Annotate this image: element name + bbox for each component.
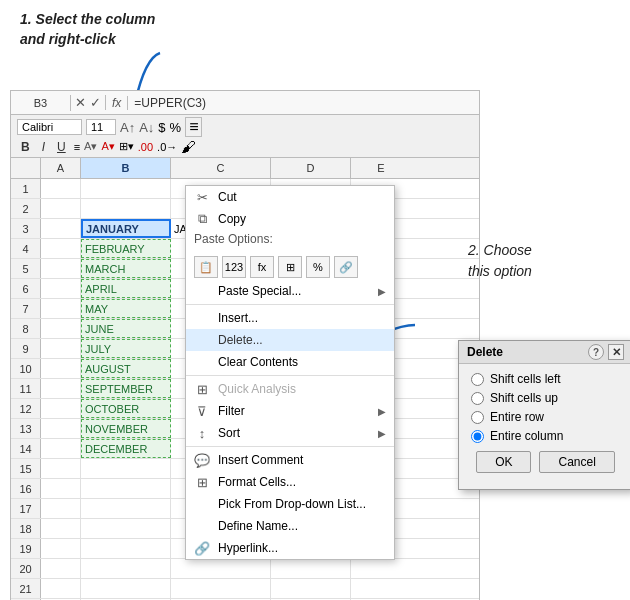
cell-A[interactable] [41, 539, 81, 558]
eraser-icon[interactable]: 🖌 [181, 138, 196, 155]
cell-B[interactable] [81, 559, 171, 578]
radio-entire-col[interactable]: Entire column [471, 429, 620, 443]
radio-shift-up[interactable]: Shift cells up [471, 391, 620, 405]
cell-B[interactable]: MARCH [81, 259, 171, 278]
radio-entire-col-input[interactable] [471, 430, 484, 443]
paste-btn-1[interactable]: 📋 [194, 256, 218, 278]
confirm-formula-icon[interactable]: ✓ [90, 95, 101, 110]
row-number[interactable]: 6 [11, 279, 41, 298]
cancel-formula-icon[interactable]: ✕ [75, 95, 86, 110]
cell-B[interactable]: AUGUST [81, 359, 171, 378]
row-number[interactable]: 20 [11, 559, 41, 578]
ctx-insert-comment[interactable]: 💬 Insert Comment [186, 449, 394, 471]
cell-B[interactable]: DECEMBER [81, 439, 171, 458]
radio-shift-left-input[interactable] [471, 373, 484, 386]
cell-B[interactable] [81, 199, 171, 218]
cell-A[interactable] [41, 279, 81, 298]
radio-entire-row-input[interactable] [471, 411, 484, 424]
cell-A[interactable] [41, 439, 81, 458]
row-number[interactable]: 16 [11, 479, 41, 498]
cell-A[interactable] [41, 419, 81, 438]
cell-A[interactable] [41, 519, 81, 538]
formula-content[interactable]: =UPPER(C3) [128, 96, 212, 110]
cell-B[interactable] [81, 459, 171, 478]
cell-B[interactable]: JULY [81, 339, 171, 358]
cell-A[interactable] [41, 319, 81, 338]
percent-icon[interactable]: % [170, 120, 182, 135]
cell-B[interactable]: JANUARY [81, 219, 171, 238]
grow-font-icon[interactable]: A↑ [120, 120, 135, 135]
cell-C[interactable] [171, 559, 271, 578]
row-number[interactable]: 2 [11, 199, 41, 218]
cell-C[interactable] [171, 579, 271, 598]
align-center-icon[interactable]: ≡ [74, 141, 80, 153]
cell-A[interactable] [41, 479, 81, 498]
font-size-input[interactable] [86, 119, 116, 135]
row-number[interactable]: 1 [11, 179, 41, 198]
row-number[interactable]: 12 [11, 399, 41, 418]
cell-B[interactable] [81, 499, 171, 518]
paste-btn-3[interactable]: fx [250, 256, 274, 278]
cell-B[interactable]: OCTOBER [81, 399, 171, 418]
context-menu[interactable]: ✂ Cut ⧉ Copy Paste Options: 📋 123 fx ⊞ %… [185, 185, 395, 560]
row-number[interactable]: 13 [11, 419, 41, 438]
row-number[interactable]: 9 [11, 339, 41, 358]
cell-A[interactable] [41, 379, 81, 398]
increase-decimal-icon[interactable]: .0→ [157, 141, 177, 153]
col-header-D[interactable]: D [271, 158, 351, 178]
shrink-font-icon[interactable]: A↓ [139, 120, 154, 135]
cell-A[interactable] [41, 459, 81, 478]
borders-icon[interactable]: ⊞▾ [119, 140, 134, 153]
row-number[interactable]: 21 [11, 579, 41, 598]
underline-button[interactable]: U [53, 139, 70, 155]
cell-A[interactable] [41, 179, 81, 198]
cell-E[interactable] [351, 559, 411, 578]
ctx-define-name[interactable]: Define Name... [186, 515, 394, 537]
cell-B[interactable]: FEBRUARY [81, 239, 171, 258]
col-header-E[interactable]: E [351, 158, 411, 178]
paste-btn-4[interactable]: ⊞ [278, 256, 302, 278]
radio-shift-left[interactable]: Shift cells left [471, 372, 620, 386]
paste-btn-2[interactable]: 123 [222, 256, 246, 278]
cell-A[interactable] [41, 559, 81, 578]
row-number[interactable]: 4 [11, 239, 41, 258]
row-number[interactable]: 5 [11, 259, 41, 278]
font-name-input[interactable] [17, 119, 82, 135]
delete-dialog[interactable]: Delete ? ✕ Shift cells left Shift cells … [458, 340, 630, 490]
ctx-clear-contents[interactable]: Clear Contents [186, 351, 394, 373]
cell-B[interactable]: JUNE [81, 319, 171, 338]
cell-A[interactable] [41, 199, 81, 218]
cell-A[interactable] [41, 219, 81, 238]
cell-A[interactable] [41, 339, 81, 358]
paste-btn-5[interactable]: % [306, 256, 330, 278]
font-color-icon[interactable]: A▾ [101, 140, 114, 153]
paste-btn-6[interactable]: 🔗 [334, 256, 358, 278]
row-number[interactable]: 7 [11, 299, 41, 318]
dialog-cancel-btn[interactable]: Cancel [539, 451, 614, 473]
cell-A[interactable] [41, 499, 81, 518]
ctx-insert[interactable]: Insert... [186, 307, 394, 329]
cell-A[interactable] [41, 579, 81, 598]
cell-A[interactable] [41, 239, 81, 258]
ctx-delete[interactable]: Delete... [186, 329, 394, 351]
cell-B[interactable] [81, 179, 171, 198]
row-number[interactable]: 8 [11, 319, 41, 338]
cell-B[interactable] [81, 539, 171, 558]
dollar-icon[interactable]: $ [158, 120, 165, 135]
cell-B[interactable]: APRIL [81, 279, 171, 298]
cell-B[interactable] [81, 519, 171, 538]
row-number[interactable]: 10 [11, 359, 41, 378]
cell-D[interactable] [271, 559, 351, 578]
radio-shift-up-input[interactable] [471, 392, 484, 405]
row-number[interactable]: 17 [11, 499, 41, 518]
ctx-copy[interactable]: ⧉ Copy [186, 208, 394, 230]
ctx-paste-special[interactable]: Paste Special... ▶ [186, 280, 394, 302]
row-number[interactable]: 19 [11, 539, 41, 558]
cell-A[interactable] [41, 299, 81, 318]
row-number[interactable]: 15 [11, 459, 41, 478]
italic-button[interactable]: I [38, 139, 49, 155]
ctx-hyperlink[interactable]: 🔗 Hyperlink... [186, 537, 394, 559]
ctx-pick-dropdown[interactable]: Pick From Drop-down List... [186, 493, 394, 515]
row-number[interactable]: 3 [11, 219, 41, 238]
cell-E[interactable] [351, 579, 411, 598]
